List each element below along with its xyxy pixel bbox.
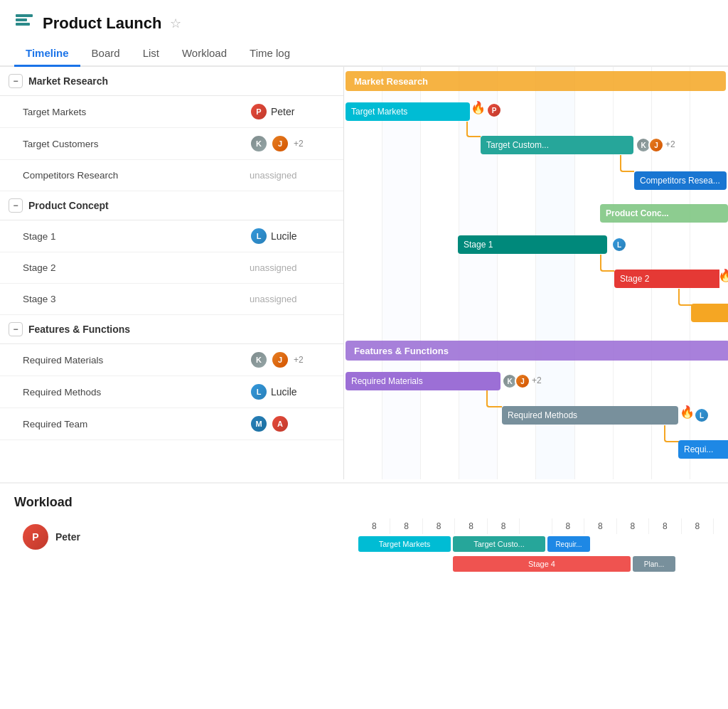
task-name: Stage 1 (23, 231, 244, 242)
workload-user-peter: P Peter (14, 518, 358, 555)
task-row-stage2: Stage 2 unassigned (0, 252, 343, 284)
workload-title: Workload (14, 495, 714, 510)
group-product-concept: − Product Concept (0, 191, 343, 220)
workload-bar-target-markets: Target Markets (358, 536, 451, 552)
timeline-section: − Market Research Target Markets P Peter… (0, 67, 728, 479)
avatar-lucile: L (250, 383, 268, 401)
nav-tabs: Timeline Board List Workload Time log (0, 36, 728, 67)
task-name: Required Team (23, 419, 244, 430)
avatar-blue: M (250, 415, 268, 433)
collapse-product-concept[interactable]: − (9, 198, 23, 213)
assignee-area: L Lucile (250, 227, 335, 245)
assignee-area: P Peter (250, 102, 335, 121)
avatar-multi1: K (250, 351, 268, 369)
workload-bar-stage4: Stage 4 (453, 556, 631, 572)
task-row-required-team: Required Team M A (0, 408, 343, 440)
gantt-bar-market-research-group[interactable]: Market Research (346, 71, 726, 91)
workload-cell: 8 (649, 518, 681, 534)
gantt-bar-product-concept-group[interactable]: Product Conc... (600, 204, 728, 223)
gantt-bar-required-methods[interactable]: Required Methods (502, 406, 678, 425)
workload-cell: 8 (488, 518, 520, 534)
avatar-multi1: K (250, 134, 268, 153)
assignee-area: L Lucile (250, 383, 335, 401)
avatar-multi2: J (271, 351, 289, 369)
connector-4 (678, 289, 692, 306)
gantt-avatar-peter: P (486, 102, 502, 118)
workload-avatar-peter: P (23, 524, 48, 550)
avatar-peter: P (250, 102, 268, 121)
workload-bar-plan: Plan... (633, 556, 675, 572)
workload-cell: 8 (358, 518, 390, 534)
task-name: Stage 2 (23, 262, 244, 273)
unassigned-label: unassigned (250, 170, 297, 181)
fire-icon-target-markets: 🔥 (471, 100, 486, 115)
gantt-bar-competitors-research[interactable]: Competitors Resea... (634, 171, 727, 190)
gantt-avatar-rm2: J (515, 373, 530, 389)
task-row-competitors-research: Competitors Research unassigned (0, 160, 343, 191)
task-row-stage3: Stage 3 unassigned (0, 284, 343, 315)
group-label-product-concept: Product Concept (28, 200, 109, 211)
tab-timelog[interactable]: Time log (238, 41, 301, 67)
workload-cell: 8 (584, 518, 616, 534)
plus-count: +2 (294, 139, 304, 149)
tab-list[interactable]: List (132, 41, 171, 67)
svg-rect-0 (16, 14, 33, 17)
tab-board[interactable]: Board (80, 41, 132, 67)
collapse-market-research[interactable]: − (9, 74, 23, 88)
fire-icon-stage2: 🔥 (718, 268, 728, 283)
task-row-target-markets: Target Markets P Peter (0, 96, 343, 128)
task-name: Target Customers (23, 139, 244, 149)
task-name: Target Markets (23, 107, 244, 117)
workload-bars-row2: Stage 4 Plan... (358, 554, 714, 574)
workload-cell: 8 (552, 518, 584, 534)
tab-workload[interactable]: Workload (171, 41, 238, 67)
gantt-bar-stage2[interactable]: Stage 2 (614, 270, 719, 288)
gantt-bar-target-customers[interactable]: Target Custom... (481, 136, 633, 154)
group-label-market-research: Market Research (28, 75, 108, 87)
unassigned-label: unassigned (250, 294, 297, 304)
workload-bar-target-customers: Target Custo... (453, 536, 545, 552)
assignee-area: K J +2 (250, 134, 335, 153)
assignee-area: unassigned (250, 262, 335, 273)
workload-user-row: P Peter 8 8 8 8 8 8 8 8 8 8 Target Marke… (14, 518, 714, 574)
group-market-research: − Market Research (0, 67, 343, 96)
workload-cell: 8 (617, 518, 649, 534)
connector-6 (664, 425, 680, 442)
gantt-area: Market Research Target Markets 🔥 P Targe… (344, 67, 728, 479)
task-name: Stage 3 (23, 294, 244, 304)
task-name: Competitors Research (23, 170, 244, 181)
workload-cell: 8 (682, 518, 714, 534)
workload-numbers-row: 8 8 8 8 8 8 8 8 8 8 (358, 518, 714, 534)
avatar-multi2: J (271, 134, 289, 153)
connector-2 (620, 155, 634, 172)
gantt-avatar-multi2: J (648, 137, 664, 153)
gantt-avatar-lucile-rm: L (694, 407, 710, 423)
workload-cell: 8 (455, 518, 487, 534)
gantt-avatar-lucile-stage1: L (611, 237, 627, 252)
unassigned-label: unassigned (250, 262, 297, 273)
fire-icon-required-methods: 🔥 (680, 405, 695, 420)
gantt-bar-target-markets[interactable]: Target Markets (346, 102, 470, 121)
task-name: Required Methods (23, 387, 244, 398)
assignee-name: Lucile (271, 386, 297, 398)
workload-user-name: Peter (55, 531, 80, 543)
plus-count: +2 (294, 355, 304, 365)
svg-rect-1 (16, 18, 27, 21)
gantt-bar-stage1[interactable]: Stage 1 (458, 235, 607, 254)
gantt-bar-stage3[interactable] (691, 304, 728, 322)
collapse-features-functions[interactable]: − (9, 322, 23, 336)
workload-cell (520, 518, 552, 534)
task-row-required-methods: Required Methods L Lucile (0, 376, 343, 408)
star-icon[interactable]: ☆ (170, 16, 181, 31)
task-name: Required Materials (23, 355, 244, 366)
gantt-bar-required-team[interactable]: Requi... (678, 440, 728, 459)
workload-bars-row1: Target Markets Target Custo... Requir... (358, 534, 714, 554)
gantt-bar-features-group[interactable]: Features & Functions (346, 341, 728, 361)
gantt-plus-count-rm: +2 (532, 375, 542, 385)
gantt-bar-required-materials[interactable]: Required Materials (346, 372, 500, 390)
tab-timeline[interactable]: Timeline (14, 41, 80, 67)
connector-1 (466, 122, 481, 137)
workload-bar-requir: Requir... (547, 536, 590, 552)
workload-section: Workload P Peter 8 8 8 8 8 8 8 8 8 8 (0, 482, 728, 580)
assignee-area: unassigned (250, 294, 335, 304)
